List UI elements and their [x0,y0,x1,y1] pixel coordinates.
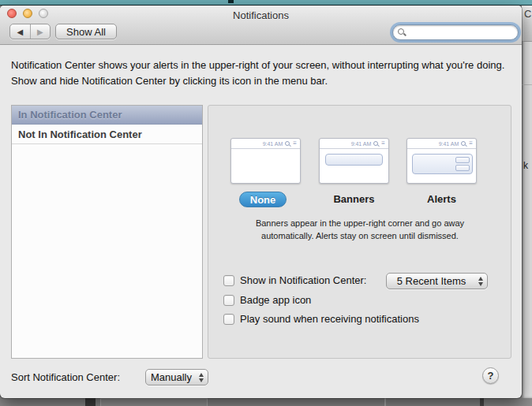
mini-banner-graphic [325,154,383,166]
play-sound-checkbox[interactable] [223,314,234,325]
recent-items-value: 5 Recent Items [387,275,476,287]
mini-alert-button [455,157,470,163]
background-bottom-block [85,398,96,406]
mini-search-icon [461,141,466,147]
mini-notification-center-icon: ≡ [469,140,473,147]
back-button[interactable]: ◀ [10,24,30,39]
window-chrome: Notifications ◀ ▶ Show All [0,6,522,45]
background-bottom-block [480,398,484,406]
badge-app-icon-checkbox[interactable] [223,295,234,306]
alert-style-preview-none[interactable]: 9:41 AM ≡ [230,138,301,184]
alert-style-option-alerts[interactable]: Alerts [406,193,477,205]
desktop-background [0,0,532,6]
background-window-bottom [0,398,532,406]
show-in-notification-center-row: Show in Notification Center: [223,274,366,286]
badge-app-icon-row: Badge app icon [223,294,311,306]
help-button[interactable]: ? [482,367,499,384]
alert-style-preview-banners[interactable]: 9:41 AM ≡ [319,138,389,184]
desktop-detail [228,0,234,3]
play-sound-row: Play sound when receiving notifications [223,313,419,325]
alert-style-option-none-selected[interactable]: None [239,192,287,207]
forward-button[interactable]: ▶ [30,24,51,39]
minimize-button[interactable] [23,9,32,18]
alert-style-preview-alerts[interactable]: 9:41 AM ≡ [406,138,477,184]
mini-menubar: 9:41 AM ≡ [231,139,300,149]
checkbox-label: Show in Notification Center: [240,274,366,286]
screen: C k Notifications ◀ ▶ Show All Not [0,0,532,406]
checkbox-label: Play sound when receiving notifications [240,313,419,325]
alert-style-description: Banners appear in the upper-right corner… [237,217,483,242]
mini-search-icon [285,141,290,147]
notification-sections-list: In Notification Center Not In Notificati… [11,105,203,359]
alert-style-option-banners[interactable]: Banners [319,193,389,205]
mini-notification-center-icon: ≡ [381,140,385,147]
show-all-button[interactable]: Show All [55,24,117,39]
window-title: Notifications [0,9,522,21]
sort-notification-center-label: Sort Notification Center: [11,371,120,383]
mini-search-icon [373,141,379,147]
background-window-right: C k [522,6,532,398]
sort-value: Manually [146,371,197,383]
mini-clock: 9:41 AM [439,141,459,147]
search-field[interactable] [392,24,519,40]
mini-menubar: 9:41 AM ≡ [320,139,388,149]
zoom-button[interactable] [39,9,48,18]
intro-text: Notification Center shows your alerts in… [11,58,508,88]
background-bottom-divider [384,398,386,406]
search-icon [398,28,406,37]
background-bottom-box [100,398,208,406]
stepper-arrows-icon [476,277,487,286]
list-item-in-notification-center[interactable]: In Notification Center [12,106,202,125]
mini-notification-center-icon: ≡ [293,140,297,147]
checkbox-label: Badge app icon [240,294,311,306]
background-window-divider [522,84,532,85]
recent-items-select[interactable]: 5 Recent Items [386,273,488,289]
preferences-window: Notifications ◀ ▶ Show All Notification … [0,6,522,398]
mini-alert-graphic [412,154,473,174]
nav-segmented-control: ◀ ▶ [9,24,51,39]
show-in-notification-center-checkbox[interactable] [223,275,234,286]
sort-select[interactable]: Manually [145,369,208,386]
stepper-arrows-icon [197,373,208,382]
background-window-text: k [523,160,528,171]
mini-clock: 9:41 AM [263,141,283,147]
mini-alert-button [455,165,470,171]
search-input[interactable] [410,25,532,39]
mini-clock: 9:41 AM [351,141,372,147]
close-button[interactable] [7,9,17,18]
mini-menubar: 9:41 AM ≡ [407,139,476,149]
list-item-not-in-notification-center[interactable]: Not In Notification Center [12,125,202,144]
